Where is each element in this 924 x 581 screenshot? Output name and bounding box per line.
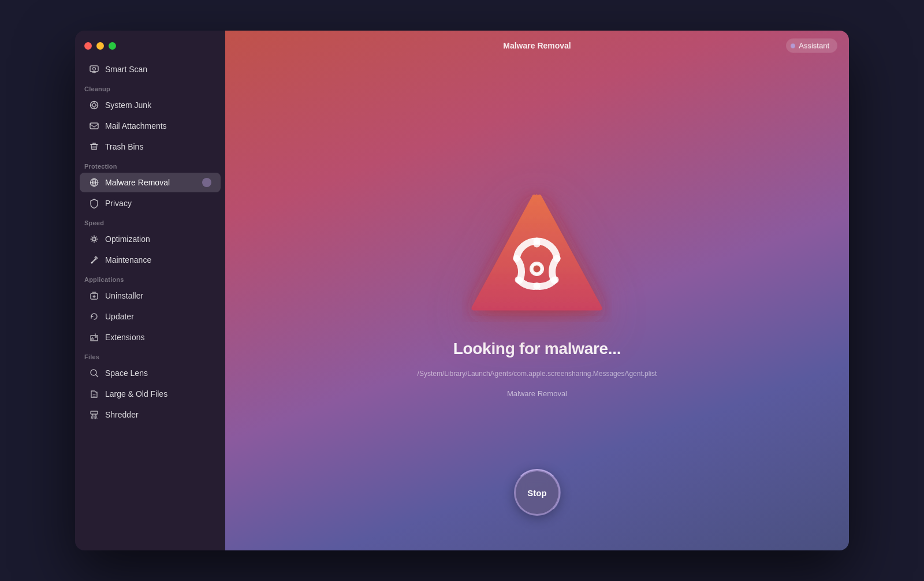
svg-point-1: [93, 68, 96, 70]
optimization-icon: [89, 234, 99, 244]
scanning-sub: Malware Removal: [507, 389, 567, 398]
malware-icon: [89, 177, 99, 188]
scanning-path: /System/Library/LaunchAgents/com.apple.s…: [418, 370, 657, 378]
svg-rect-0: [90, 66, 98, 72]
space-lens-label: Space Lens: [105, 368, 148, 378]
extensions-label: Extensions: [105, 333, 144, 342]
shredder-label: Shredder: [105, 410, 139, 419]
cleanup-section-label: Cleanup: [75, 80, 225, 95]
app-window: Smart Scan Cleanup System Junk Mail A: [75, 31, 849, 550]
space-lens-icon: [89, 368, 99, 378]
sidebar-item-optimization[interactable]: Optimization: [80, 229, 221, 249]
minimize-button[interactable]: [96, 42, 104, 50]
sidebar-item-malware-removal[interactable]: Malware Removal: [80, 173, 221, 192]
sidebar-item-smart-scan[interactable]: Smart Scan: [80, 59, 221, 79]
malware-icon-large: [462, 184, 612, 322]
assistant-label: Assistant: [799, 42, 829, 50]
maintenance-icon: [89, 255, 99, 265]
protection-section-label: Protection: [75, 157, 225, 172]
sidebar-item-mail-attachments[interactable]: Mail Attachments: [80, 116, 221, 136]
stop-button[interactable]: Stop: [514, 470, 560, 516]
smart-scan-label: Smart Scan: [105, 65, 147, 74]
window-title: Malware Removal: [503, 41, 571, 50]
main-content: Malware Removal Assistant: [225, 31, 849, 550]
mail-attachments-label: Mail Attachments: [105, 121, 167, 131]
sidebar-item-extensions[interactable]: Extensions: [80, 327, 221, 347]
sidebar-item-trash-bins[interactable]: Trash Bins: [80, 137, 221, 157]
speed-section-label: Speed: [75, 214, 225, 229]
sidebar: Smart Scan Cleanup System Junk Mail A: [75, 31, 225, 550]
close-button[interactable]: [84, 42, 92, 50]
smart-scan-icon: [89, 64, 99, 75]
uninstaller-icon: [89, 290, 99, 301]
privacy-icon: [89, 198, 99, 208]
mail-icon: [89, 121, 99, 131]
malware-removal-badge: [202, 178, 211, 187]
svg-rect-11: [91, 411, 98, 414]
svg-point-7: [93, 238, 96, 241]
privacy-label: Privacy: [105, 199, 132, 208]
scanning-title: Looking for malware...: [453, 340, 621, 358]
stop-label: Stop: [527, 488, 546, 498]
svg-point-14: [515, 277, 522, 284]
uninstaller-label: Uninstaller: [105, 291, 143, 300]
sidebar-item-large-old-files[interactable]: Large & Old Files: [80, 384, 221, 404]
applications-section-label: Applications: [75, 270, 225, 285]
assistant-button[interactable]: Assistant: [786, 39, 837, 53]
assistant-dot-icon: [791, 43, 795, 48]
svg-point-3: [92, 103, 96, 107]
shredder-icon: [89, 409, 99, 420]
sidebar-item-privacy[interactable]: Privacy: [80, 193, 221, 213]
updater-icon: [89, 311, 99, 322]
optimization-label: Optimization: [105, 234, 150, 244]
large-old-files-label: Large & Old Files: [105, 389, 167, 398]
window-controls: [75, 42, 225, 59]
sidebar-item-updater[interactable]: Updater: [80, 307, 221, 326]
svg-point-8: [91, 262, 92, 263]
svg-point-16: [532, 265, 542, 274]
extensions-icon: [89, 332, 99, 342]
large-files-icon: [89, 389, 99, 399]
files-section-label: Files: [75, 348, 225, 363]
maintenance-label: Maintenance: [105, 255, 151, 265]
sidebar-item-maintenance[interactable]: Maintenance: [80, 250, 221, 270]
sidebar-item-space-lens[interactable]: Space Lens: [80, 363, 221, 383]
malware-removal-label: Malware Removal: [105, 178, 170, 187]
svg-point-13: [534, 241, 541, 248]
svg-rect-4: [90, 123, 98, 129]
system-junk-icon: [89, 100, 99, 110]
system-junk-label: System Junk: [105, 100, 151, 110]
trash-bins-label: Trash Bins: [105, 142, 143, 151]
content-center: Looking for malware... /System/Library/L…: [418, 184, 657, 398]
maximize-button[interactable]: [109, 42, 116, 50]
sidebar-item-shredder[interactable]: Shredder: [80, 405, 221, 424]
trash-icon: [89, 141, 99, 152]
updater-label: Updater: [105, 312, 134, 321]
sidebar-item-system-junk[interactable]: System Junk: [80, 95, 221, 115]
title-bar: Malware Removal Assistant: [225, 31, 849, 61]
sidebar-item-uninstaller[interactable]: Uninstaller: [80, 286, 221, 306]
svg-point-15: [552, 277, 559, 284]
